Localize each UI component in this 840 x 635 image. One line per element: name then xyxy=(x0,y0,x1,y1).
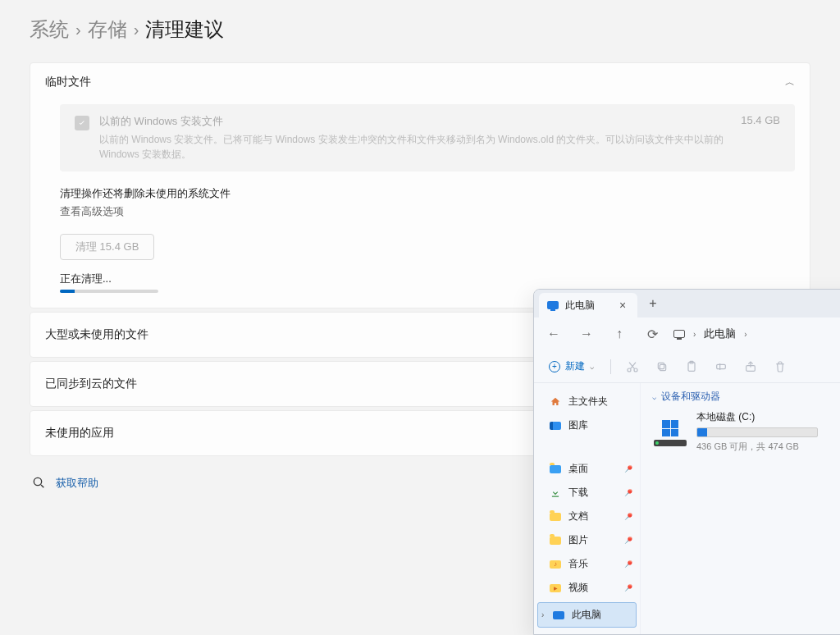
group-label: 设备和驱动器 xyxy=(661,390,720,404)
pin-icon: 📍 xyxy=(622,533,635,546)
new-label: 新建 xyxy=(565,359,585,373)
new-tab-button[interactable]: + xyxy=(649,296,656,311)
chevron-right-icon: › xyxy=(744,330,746,339)
back-button[interactable]: ← xyxy=(542,322,565,345)
svg-point-1 xyxy=(628,368,631,372)
progress-bar xyxy=(60,290,158,293)
devices-group-header[interactable]: ⌵ 设备和驱动器 xyxy=(652,390,840,404)
drive-capacity-bar xyxy=(696,427,818,437)
item-description: 以前的 Windows 安装文件。已将可能与 Windows 安装发生冲突的文件… xyxy=(99,132,731,162)
drive-name: 本地磁盘 (C:) xyxy=(696,410,840,424)
note-title: 清理操作还将删除未使用的系统文件 xyxy=(60,186,795,201)
cut-button xyxy=(619,355,646,378)
item-size: 15.4 GB xyxy=(741,114,780,126)
nav-videos[interactable]: 视频 📍 xyxy=(534,576,640,600)
nav-this-pc[interactable]: › 此电脑 xyxy=(537,602,637,628)
gallery-icon xyxy=(549,420,562,432)
nav-downloads[interactable]: 下载 📍 xyxy=(534,481,640,505)
nav-home[interactable]: 主文件夹 xyxy=(534,390,640,413)
toolbar: + 新建 ⌵ 排 xyxy=(534,350,840,383)
svg-rect-4 xyxy=(658,363,664,368)
nav-label: 此电脑 xyxy=(572,608,601,622)
up-button[interactable]: ↑ xyxy=(608,322,631,345)
chevron-down-icon: ⌵ xyxy=(652,393,656,401)
address-bar: ← → ↑ ⟳ › 此电脑 › xyxy=(534,318,840,350)
chevron-down-icon: ⌵ xyxy=(590,363,594,371)
svg-rect-7 xyxy=(717,364,726,368)
chevron-right-icon: › xyxy=(693,330,696,339)
drive-c[interactable]: 本地磁盘 (C:) 436 GB 可用，共 474 GB xyxy=(652,410,840,453)
nav-label: 下载 xyxy=(568,486,588,500)
desktop-icon xyxy=(549,464,562,475)
nav-label: 图片 xyxy=(568,533,588,547)
refresh-button[interactable]: ⟳ xyxy=(641,322,664,345)
tab-label: 此电脑 xyxy=(565,299,595,313)
checkbox-checked-disabled xyxy=(75,116,89,130)
advanced-options-link[interactable]: 查看高级选项 xyxy=(60,204,795,219)
nav-gallery[interactable]: 图库 xyxy=(534,413,640,437)
breadcrumb: 系统 › 存储 › 清理建议 xyxy=(30,16,810,43)
breadcrumb-storage[interactable]: 存储 xyxy=(88,16,127,43)
help-icon xyxy=(33,477,46,490)
separator xyxy=(610,359,611,374)
nav-label: 视频 xyxy=(568,581,588,595)
videos-icon xyxy=(549,582,562,594)
download-icon xyxy=(549,487,562,499)
tab-bar: 此电脑 × + xyxy=(534,290,840,318)
address-segment[interactable]: › 此电脑 › xyxy=(673,327,747,341)
explorer-window: 此电脑 × + ← → ↑ ⟳ › 此电脑 › + 新建 ⌵ 排 xyxy=(533,289,840,635)
large-files-label: 大型或未使用的文件 xyxy=(45,327,148,342)
temp-files-panel: 临时文件 ︿ 以前的 Windows 安装文件 以前的 Windows 安装文件… xyxy=(30,62,810,308)
pin-icon: 📍 xyxy=(622,557,635,570)
copy-button xyxy=(649,355,675,378)
paste-button xyxy=(678,355,705,378)
nav-music[interactable]: 音乐 📍 xyxy=(534,552,640,576)
nav-label: 文档 xyxy=(568,509,588,523)
tab-this-pc[interactable]: 此电脑 × xyxy=(539,293,637,318)
pin-icon: 📍 xyxy=(622,509,635,523)
chevron-right-icon: › xyxy=(541,610,544,619)
cleanup-button: 清理 15.4 GB xyxy=(60,234,154,260)
get-help-link[interactable]: 获取帮助 xyxy=(56,476,98,491)
nav-desktop[interactable]: 桌面 📍 xyxy=(534,457,640,481)
pin-icon: 📍 xyxy=(622,462,635,475)
nav-documents[interactable]: 文档 📍 xyxy=(534,505,640,528)
cloud-synced-label: 已同步到云的文件 xyxy=(45,377,137,391)
nav-label: 主文件夹 xyxy=(568,395,608,409)
nav-pane: 主文件夹 图库 桌面 📍 下载 📍 文档 📍 xyxy=(534,383,641,634)
chevron-right-icon: › xyxy=(75,21,81,39)
new-button[interactable]: + 新建 ⌵ xyxy=(541,356,602,377)
drive-free-text: 436 GB 可用，共 474 GB xyxy=(696,441,840,453)
documents-icon xyxy=(549,511,562,523)
address-text: 此电脑 xyxy=(704,327,736,341)
breadcrumb-system[interactable]: 系统 xyxy=(30,16,69,43)
drive-info: 本地磁盘 (C:) 436 GB 可用，共 474 GB xyxy=(696,410,840,453)
svg-point-2 xyxy=(634,368,637,372)
svg-rect-3 xyxy=(660,364,665,370)
chevron-right-icon: › xyxy=(134,21,139,39)
home-icon xyxy=(549,396,562,408)
progress-label: 正在清理... xyxy=(60,272,795,286)
temp-files-title: 临时文件 xyxy=(45,75,91,89)
pc-icon xyxy=(547,301,559,309)
cleanup-note: 清理操作还将删除未使用的系统文件 查看高级选项 xyxy=(60,186,795,219)
share-button xyxy=(737,355,764,378)
delete-button xyxy=(767,355,793,378)
drive-icon xyxy=(652,417,688,446)
item-title: 以前的 Windows 安装文件 xyxy=(99,114,731,129)
nav-pictures[interactable]: 图片 📍 xyxy=(534,528,640,552)
pin-icon: 📍 xyxy=(622,486,635,499)
previous-windows-item: 以前的 Windows 安装文件 以前的 Windows 安装文件。已将可能与 … xyxy=(60,104,795,171)
forward-button[interactable]: → xyxy=(575,322,598,345)
rename-button xyxy=(708,355,734,378)
content-pane: ⌵ 设备和驱动器 本地磁盘 (C:) 436 GB 可用，共 474 GB xyxy=(641,383,840,634)
temp-files-header[interactable]: 临时文件 ︿ xyxy=(30,63,810,101)
unused-apps-label: 未使用的应用 xyxy=(45,426,114,441)
svg-point-0 xyxy=(34,477,41,485)
temp-files-body: 以前的 Windows 安装文件 以前的 Windows 安装文件。已将可能与 … xyxy=(30,101,810,308)
pin-icon: 📍 xyxy=(622,581,635,594)
close-tab-icon[interactable]: × xyxy=(619,299,626,311)
nav-label: 图库 xyxy=(568,418,588,432)
item-text: 以前的 Windows 安装文件 以前的 Windows 安装文件。已将可能与 … xyxy=(99,114,731,162)
nav-label: 桌面 xyxy=(568,462,588,476)
